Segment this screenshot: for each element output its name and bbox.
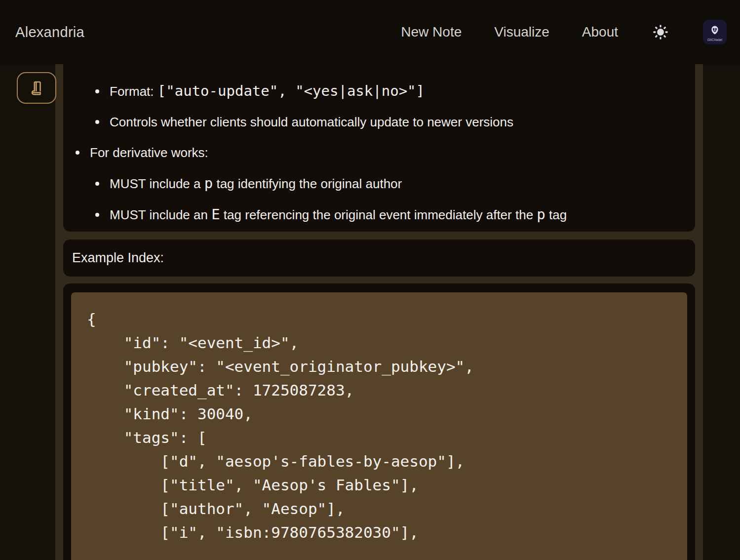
p-tag-code: p — [204, 175, 213, 192]
bullet-derivative-works: For derivative works: — [63, 143, 695, 162]
code-line: "id": "<event_id>", — [87, 331, 677, 355]
theme-toggle-button[interactable] — [651, 22, 670, 42]
nav-new-note[interactable]: New Note — [401, 24, 462, 40]
bullet-must-p-tag: MUST include a p tag identifying the ori… — [63, 173, 695, 194]
content-container: Format: ["auto-update", "<yes|ask|no>"] … — [55, 64, 703, 560]
sun-icon — [652, 23, 669, 41]
format-code: ["auto-update", "<yes|ask|no>"] — [157, 82, 425, 99]
example-index-card: Example Index: — [63, 240, 695, 277]
code-line: ["title", "Aesop's Fables"], — [87, 473, 677, 497]
code-line: { — [87, 307, 677, 331]
json-code-block: { "id": "<event_id>", "pubkey": "<event_… — [71, 292, 687, 560]
code-card: { "id": "<event_id>", "pubkey": "<event_… — [63, 283, 695, 560]
bullet-must-e-tag: MUST include an E tag referencing the or… — [63, 204, 695, 225]
rules-card: Format: ["auto-update", "<yes|ask|no>"] … — [63, 64, 695, 232]
code-line: ["i", "isbn:9780765382030"], — [87, 520, 677, 544]
bullet-format: Format: ["auto-update", "<yes|ask|no>"] — [63, 81, 695, 101]
code-line: "pubkey": "<event_originator_pubkey>", — [87, 355, 677, 378]
code-line: ["author", "Aesop"], — [87, 497, 677, 520]
nav-about[interactable]: About — [582, 24, 618, 40]
app-title: Alexandria — [15, 24, 84, 40]
e-tag-code: E — [211, 206, 220, 223]
nav-links: New Note Visualize About — [401, 20, 740, 44]
book-icon — [28, 80, 45, 96]
p-tag-code2: p — [537, 206, 545, 223]
bullet-controls: Controls whether clients should automati… — [63, 112, 695, 132]
gitcitadel-shield-icon — [708, 25, 721, 38]
reader-book-button[interactable] — [17, 72, 56, 104]
code-line: "tags": [ — [87, 426, 677, 449]
nav-visualize[interactable]: Visualize — [494, 24, 549, 40]
example-index-label: Example Index: — [72, 250, 164, 266]
logo-caption: GitCitadel — [707, 38, 723, 41]
code-line: ["d", "aesop's-fables-by-aesop"], — [87, 449, 677, 473]
gitcitadel-logo[interactable]: GitCitadel — [703, 20, 727, 44]
code-line: "created_at": 1725087283, — [87, 378, 677, 402]
top-nav: Alexandria New Note Visualize About — [0, 0, 740, 64]
code-line: "kind": 30040, — [87, 402, 677, 426]
